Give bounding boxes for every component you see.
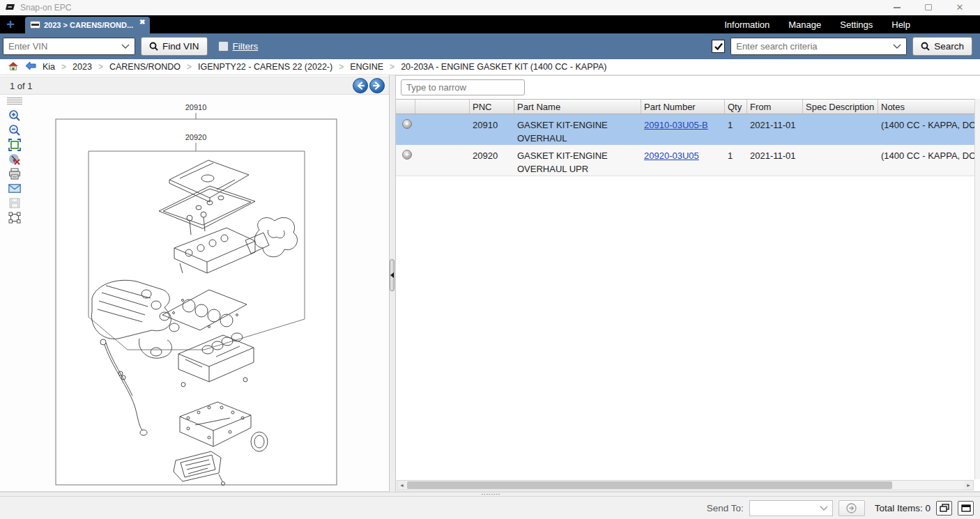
pan-disabled-icon[interactable]	[6, 152, 22, 166]
window-icon	[961, 504, 971, 512]
menu-bar: Information Manage Settings Help	[724, 15, 980, 33]
callout-20910[interactable]: 20910	[185, 103, 207, 111]
next-page-button[interactable]	[369, 78, 385, 93]
breadcrumb-model[interactable]: CARENS/RONDO	[109, 62, 181, 72]
filters-toggle[interactable]: Filters	[218, 41, 259, 52]
total-items-label: Total Items: 0	[875, 503, 931, 513]
zoom-out-icon[interactable]	[6, 123, 22, 137]
table-row[interactable]: + 20920 GASKET KIT-ENGINE OVERHAUL UPR 2…	[396, 145, 974, 176]
part-number-link[interactable]: 20920-03U05	[644, 150, 699, 161]
breadcrumb-make[interactable]: Kia	[43, 62, 55, 72]
email-icon[interactable]	[6, 181, 22, 196]
vertical-scrollbar[interactable]	[974, 99, 980, 479]
find-vin-button[interactable]: Find VIN	[141, 37, 208, 56]
search-criteria-combobox[interactable]	[730, 38, 907, 55]
collapse-left-icon	[390, 272, 394, 278]
breadcrumb: Kia > 2023 > CARENS/RONDO > IGENPTY22 - …	[0, 59, 980, 75]
panel-splitter[interactable]	[389, 75, 396, 492]
parts-panel: PNC Part Name Part Number Qty From Spec …	[396, 75, 980, 492]
zoom-in-icon[interactable]	[6, 108, 22, 123]
expand-row-icon[interactable]: +	[402, 119, 412, 129]
column-thumbnail[interactable]	[415, 100, 470, 114]
restore-icon[interactable]	[924, 3, 933, 13]
minimize-icon[interactable]	[892, 3, 902, 13]
part-name-cell: GASKET KIT-ENGINE OVERHAUL UPR	[514, 145, 641, 176]
chevron-down-icon	[820, 506, 828, 511]
column-qty[interactable]: Qty	[725, 100, 747, 114]
column-from[interactable]: From	[747, 100, 803, 114]
menu-information[interactable]: Information	[724, 20, 770, 30]
new-tab-button[interactable]: +	[5, 17, 16, 31]
callout-20920[interactable]: 20920	[185, 133, 207, 141]
thumbnail-cell	[415, 114, 470, 145]
fit-to-view-icon[interactable]	[6, 137, 22, 152]
send-to-select[interactable]	[749, 500, 833, 516]
arrow-left-icon	[356, 82, 365, 90]
print-icon[interactable]	[6, 166, 22, 181]
check-icon	[714, 42, 723, 50]
breadcrumb-separator: >	[339, 62, 344, 72]
breadcrumb-figure[interactable]: 20-203A - ENGINE GASKET KIT (1400 CC - K…	[401, 62, 606, 72]
table-row[interactable]: + 20910 GASKET KIT-ENGINE OVERHAUL 20910…	[396, 114, 974, 145]
search-label: Search	[934, 41, 964, 52]
circle-arrow-right-icon	[846, 503, 857, 513]
menu-settings[interactable]: Settings	[840, 20, 873, 30]
column-expand[interactable]	[396, 100, 415, 114]
narrow-filter-input[interactable]	[401, 79, 525, 95]
close-window-icon[interactable]: ✕	[955, 3, 965, 13]
menu-manage[interactable]: Manage	[788, 20, 821, 30]
vin-combobox[interactable]	[3, 38, 135, 55]
column-spec-description[interactable]: Spec Description	[803, 100, 878, 114]
previous-page-button[interactable]	[353, 78, 368, 93]
qty-cell: 1	[725, 114, 747, 145]
part-number-link[interactable]: 20910-03U05-B	[644, 120, 708, 130]
vehicle-tab-icon	[30, 19, 40, 31]
cascade-view-button[interactable]	[936, 501, 952, 516]
breadcrumb-catalog[interactable]: IGENPTY22 - CARENS 22 (2022-)	[198, 62, 332, 72]
cascade-windows-icon	[940, 504, 949, 512]
column-notes[interactable]: Notes	[878, 100, 974, 114]
filters-checkbox[interactable]	[218, 41, 229, 52]
spec-description-cell	[803, 114, 878, 145]
tab-bar: + 2023 > CARENS/ROND... ✖ Information Ma…	[0, 15, 980, 33]
maximize-view-button[interactable]	[958, 501, 974, 516]
thumbnail-cell	[415, 145, 470, 176]
save-disabled-icon[interactable]	[6, 196, 22, 210]
back-arrow-icon[interactable]	[25, 61, 36, 72]
select-region-icon[interactable]	[6, 210, 22, 225]
expand-row-icon[interactable]: +	[402, 150, 412, 160]
breadcrumb-section[interactable]: ENGINE	[350, 62, 383, 72]
page-indicator: 1 of 1	[10, 81, 33, 91]
search-options-button[interactable]	[712, 40, 725, 53]
scroll-right-icon[interactable]: ►	[964, 481, 973, 490]
scrollbar-thumb[interactable]	[407, 481, 892, 489]
parts-table: PNC Part Name Part Number Qty From Spec …	[396, 99, 974, 479]
horizontal-scrollbar[interactable]: ◄ ►	[397, 480, 974, 490]
parts-table-header: PNC Part Name Part Number Qty From Spec …	[396, 99, 974, 114]
filters-label: Filters	[233, 41, 259, 52]
column-pnc[interactable]: PNC	[470, 100, 514, 114]
breadcrumb-year[interactable]: 2023	[72, 62, 92, 72]
from-cell: 2021-11-01	[747, 114, 803, 145]
search-criteria-input[interactable]	[736, 41, 893, 52]
parts-diagram[interactable]: 20910 20920	[0, 95, 389, 490]
send-go-button[interactable]	[839, 500, 865, 516]
vin-input[interactable]	[8, 41, 121, 52]
menu-help[interactable]: Help	[891, 20, 910, 30]
arrow-right-icon	[373, 82, 381, 90]
title-bar: Snap-on EPC ✕	[0, 0, 980, 15]
part-name-cell: GASKET KIT-ENGINE OVERHAUL	[514, 114, 641, 145]
close-tab-icon[interactable]: ✖	[139, 18, 145, 26]
scroll-left-icon[interactable]: ◄	[397, 481, 406, 490]
column-part-number[interactable]: Part Number	[641, 100, 725, 114]
toolbar-grip-handle[interactable]	[7, 98, 22, 104]
window-title: Snap-on EPC	[20, 3, 71, 13]
pnc-cell: 20920	[470, 145, 514, 176]
breadcrumb-separator: >	[390, 62, 395, 72]
search-button[interactable]: Search	[912, 37, 972, 56]
column-part-name[interactable]: Part Name	[514, 100, 641, 114]
viewer-header: 1 of 1	[0, 77, 389, 95]
home-icon[interactable]	[8, 61, 19, 73]
tab-carens[interactable]: 2023 > CARENS/ROND... ✖	[25, 17, 150, 33]
collapse-panel-handle[interactable]	[390, 259, 395, 291]
